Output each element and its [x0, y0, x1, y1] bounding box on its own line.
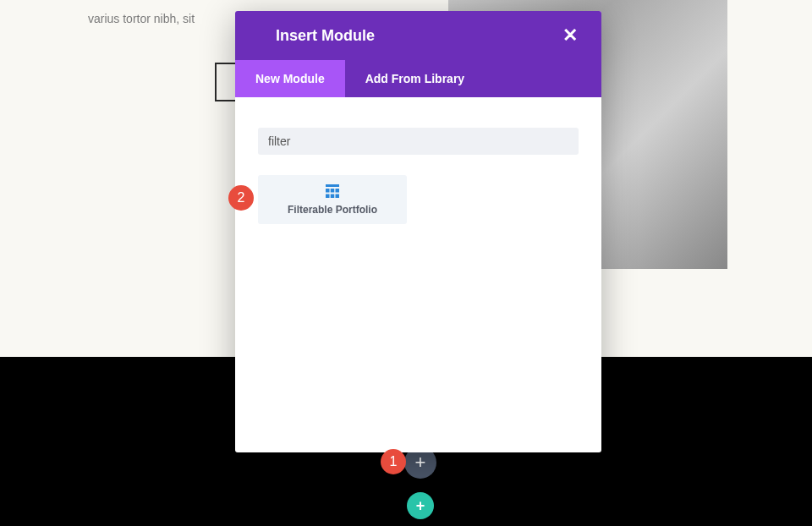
- tab-new-module[interactable]: New Module: [235, 60, 345, 97]
- svg-rect-0: [326, 184, 339, 187]
- page-body-text: varius tortor nibh, sit: [88, 12, 195, 25]
- search-input[interactable]: [258, 128, 579, 155]
- add-section-button[interactable]: +: [407, 492, 434, 519]
- grid-icon: [326, 184, 339, 200]
- svg-rect-6: [336, 194, 340, 198]
- svg-rect-3: [336, 189, 340, 193]
- module-grid: Filterable Portfolio: [258, 175, 579, 224]
- annotation-1: 1: [381, 449, 406, 474]
- modal-tabs: New Module Add From Library: [235, 60, 601, 97]
- insert-module-modal: Insert Module ✕ New Module Add From Libr…: [235, 11, 601, 452]
- svg-rect-1: [326, 189, 330, 193]
- module-filterable-portfolio[interactable]: Filterable Portfolio: [258, 175, 407, 224]
- svg-rect-4: [326, 194, 330, 198]
- modal-body: Filterable Portfolio: [235, 97, 601, 452]
- svg-rect-2: [331, 189, 335, 193]
- module-label: Filterable Portfolio: [288, 204, 377, 216]
- annotation-2: 2: [228, 185, 254, 211]
- tab-add-from-library[interactable]: Add From Library: [345, 60, 485, 97]
- svg-rect-5: [331, 194, 335, 198]
- modal-title: Insert Module: [276, 27, 375, 45]
- close-icon[interactable]: ✕: [559, 23, 581, 48]
- modal-header: Insert Module ✕: [235, 11, 601, 60]
